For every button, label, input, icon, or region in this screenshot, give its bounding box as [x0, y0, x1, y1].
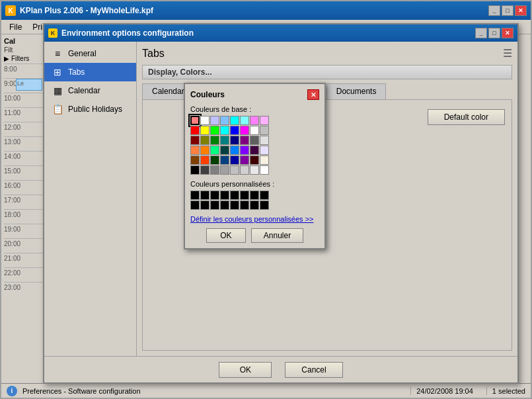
custom-color-swatch[interactable] [200, 200, 209, 210]
tabs-icon: ⊞ [51, 67, 64, 77]
define-custom-colors-link[interactable]: Définir les couleurs personnalisées >> [190, 215, 319, 223]
custom-color-swatch[interactable] [220, 200, 229, 210]
minimize-button[interactable]: _ [488, 5, 500, 16]
close-button[interactable]: ✕ [515, 5, 527, 16]
color-swatch[interactable] [260, 165, 269, 175]
color-cancel-button[interactable]: Annuler [251, 228, 303, 243]
color-swatch[interactable] [250, 146, 259, 155]
time-slot: 23:00 [4, 282, 44, 296]
maximize-button[interactable]: □ [502, 5, 513, 16]
color-swatch[interactable] [250, 165, 259, 175]
color-swatch[interactable] [190, 146, 200, 155]
color-swatch[interactable] [220, 146, 229, 155]
color-swatch[interactable] [250, 126, 259, 135]
color-swatch[interactable] [240, 155, 249, 165]
color-swatch[interactable] [240, 136, 249, 145]
appointment-block[interactable]: Le [16, 79, 42, 91]
env-app-icon: K [48, 34, 57, 38]
nav-item-general[interactable]: ≡ General [44, 44, 136, 63]
color-swatch[interactable] [200, 146, 209, 155]
color-swatch[interactable] [190, 155, 200, 165]
color-swatch[interactable] [240, 146, 249, 155]
nav-item-calendar[interactable]: ▦ Calendar [44, 81, 136, 100]
color-swatch[interactable] [230, 136, 239, 145]
color-swatch[interactable] [250, 155, 259, 165]
custom-color-swatch[interactable] [210, 191, 219, 200]
nav-calendar-label: Calendar [68, 86, 100, 95]
color-swatch[interactable] [230, 126, 239, 135]
custom-color-swatch[interactable] [230, 200, 239, 210]
color-swatch[interactable] [240, 116, 249, 125]
color-swatch[interactable] [230, 116, 239, 125]
color-swatch[interactable] [210, 165, 219, 175]
color-swatch[interactable] [260, 116, 269, 125]
color-swatch[interactable] [210, 155, 219, 165]
custom-color-swatch[interactable] [250, 191, 259, 200]
custom-colors-grid [190, 191, 319, 210]
color-swatch[interactable] [240, 126, 249, 135]
custom-color-swatch[interactable] [260, 191, 269, 200]
color-swatch[interactable] [260, 146, 269, 155]
color-swatch[interactable] [230, 146, 239, 155]
color-swatch[interactable] [240, 165, 249, 175]
color-swatch[interactable] [220, 116, 229, 125]
nav-item-tabs[interactable]: ⊞ Tabs [44, 63, 136, 81]
cal-expand[interactable]: ▶ Filters [4, 54, 44, 64]
color-swatch[interactable] [200, 155, 209, 165]
custom-color-swatch[interactable] [190, 200, 200, 210]
color-swatch[interactable] [260, 126, 269, 135]
env-title: Environment options configuration [61, 34, 194, 38]
color-swatch[interactable] [210, 136, 219, 145]
calendar-icon: ▦ [51, 85, 64, 96]
custom-color-swatch[interactable] [220, 191, 229, 200]
color-swatch[interactable] [190, 116, 200, 125]
color-swatch[interactable] [260, 136, 269, 145]
color-swatch[interactable] [200, 136, 209, 145]
color-ok-button[interactable]: OK [206, 228, 246, 243]
custom-color-swatch[interactable] [190, 191, 200, 200]
color-swatch[interactable] [220, 155, 229, 165]
color-swatch[interactable] [210, 126, 219, 135]
color-swatch[interactable] [220, 136, 229, 145]
tab-documents[interactable]: Documents [326, 83, 387, 99]
env-minimize-button[interactable]: _ [475, 34, 487, 38]
nav-item-public-holidays[interactable]: 📋 Public Holidays [44, 100, 136, 118]
custom-color-row-1 [190, 191, 319, 200]
custom-color-swatch[interactable] [260, 200, 269, 210]
color-swatch[interactable] [190, 165, 200, 175]
env-maximize-button[interactable]: □ [488, 34, 500, 38]
custom-color-swatch[interactable] [200, 191, 209, 200]
custom-color-swatch[interactable] [240, 191, 249, 200]
color-swatch[interactable] [210, 116, 219, 125]
color-dialog-buttons: OK Annuler [190, 228, 319, 243]
file-menu[interactable]: File [4, 21, 27, 33]
time-slot: 16:00 [4, 180, 44, 195]
color-swatch[interactable] [220, 165, 229, 175]
custom-color-swatch[interactable] [240, 200, 249, 210]
titlebar-left: K KPlan Plus 2.006 - MyWholeLife.kpf [5, 5, 153, 16]
custom-color-swatch[interactable] [230, 191, 239, 200]
color-swatch[interactable] [200, 126, 209, 135]
color-swatch[interactable] [190, 126, 200, 135]
default-color-button[interactable]: Default color [428, 109, 505, 125]
nav-public-holidays-label: Public Holidays [68, 105, 122, 114]
custom-color-swatch[interactable] [210, 200, 219, 210]
nav-tabs-label: Tabs [68, 67, 85, 77]
color-swatch[interactable] [230, 165, 239, 175]
color-swatch[interactable] [200, 165, 209, 175]
color-swatch[interactable] [200, 116, 209, 125]
color-swatch[interactable] [190, 136, 200, 145]
custom-color-swatch[interactable] [250, 200, 259, 210]
color-swatch[interactable] [250, 136, 259, 145]
color-swatch[interactable] [210, 146, 219, 155]
color-row-6 [190, 165, 319, 175]
color-swatch[interactable] [260, 155, 269, 165]
cancel-button[interactable]: Cancel [285, 362, 342, 378]
ok-button[interactable]: OK [219, 362, 272, 378]
time-slot: 13:00 [4, 136, 44, 151]
env-close-button[interactable]: ✕ [502, 34, 513, 38]
color-dialog-close-button[interactable]: ✕ [307, 89, 319, 100]
color-swatch[interactable] [250, 116, 259, 125]
color-swatch[interactable] [220, 126, 229, 135]
color-swatch[interactable] [230, 155, 239, 165]
